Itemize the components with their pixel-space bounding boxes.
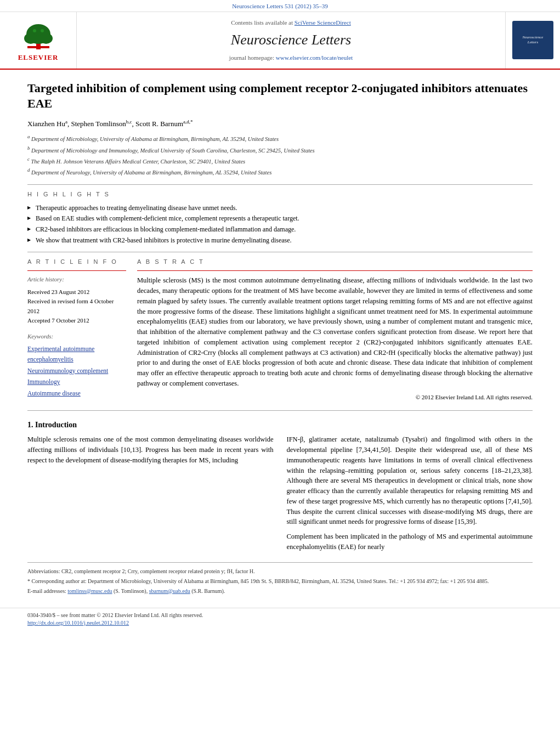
abstract-divider: [137, 270, 533, 271]
author-1: Xianzhen Hua, Stephen Tomlinsonb,c, Scot…: [27, 120, 193, 128]
logo-text: NeuroscienceLetters: [523, 35, 544, 45]
article-info-col: A R T I C L E I N F O Article history: R…: [27, 258, 126, 401]
affiliation-b: b Department of Microbiology and Immunol…: [27, 145, 533, 155]
journal-url-label: journal homepage:: [229, 54, 276, 61]
highlight-2: Based on EAE studies with complement-def…: [27, 214, 533, 223]
svg-point-3: [39, 33, 53, 44]
svg-point-2: [24, 33, 37, 44]
journal-name: Neuroscience Letters: [231, 30, 351, 50]
dates-section: Received 23 August 2012 Received in revi…: [27, 287, 126, 326]
keyword-2[interactable]: Neuroimmunology complement: [27, 366, 126, 377]
highlights-section: H I G H L I G H T S Therapeutic approach…: [27, 190, 533, 245]
journal-url-link[interactable]: www.elsevier.com/locate/neulet: [276, 54, 353, 61]
info-abstract-columns: A R T I C L E I N F O Article history: R…: [27, 258, 533, 401]
page-container: Neuroscience Letters 531 (2012) 35–39 EL…: [0, 0, 560, 741]
keywords-section: Keywords: Experimental autoimmune enceph…: [27, 331, 126, 399]
elsevier-tree-icon: [16, 18, 60, 50]
abstract-col: A B S T R A C T Multiple sclerosis (MS) …: [137, 258, 533, 401]
footnote-emails: E-mail addresses: tomlinss@musc.edu (S. …: [27, 587, 533, 595]
citation-text: Neuroscience Letters 531 (2012) 35–39: [232, 3, 328, 9]
article-title: Targeted inhibition of complement using …: [27, 81, 533, 112]
highlight-4: We show that treatment with CR2-based in…: [27, 236, 533, 245]
article-history-title: Article history:: [27, 275, 126, 284]
elsevier-logo: ELSEVIER: [0, 12, 77, 68]
col-divider: [27, 270, 126, 271]
doi-link[interactable]: http://dx.doi.org/10.1016/j.neulet.2012.…: [27, 620, 129, 626]
intro-para-1: Multiple sclerosis remains one of the mo…: [27, 434, 274, 465]
affiliation-d: d Department of Neurology, University of…: [27, 167, 533, 177]
bottom-bar: 0304-3940/$ – see front matter © 2012 El…: [0, 608, 560, 630]
svg-point-5: [33, 29, 36, 32]
elsevier-brand-text: ELSEVIER: [18, 53, 59, 63]
footnote-corresponding: * Corresponding author at: Department of…: [27, 577, 533, 585]
divider-2: [27, 252, 533, 252]
email-link-1[interactable]: tomlinss@musc.edu: [67, 588, 112, 594]
body-col-left: Multiple sclerosis remains one of the mo…: [27, 434, 274, 556]
intro-para-3: Complement has been implicated in the pa…: [287, 531, 533, 552]
journal-header: ELSEVIER Contents lists available at Sci…: [0, 12, 560, 69]
divider-3: [27, 410, 533, 411]
keyword-3[interactable]: Immunology: [27, 377, 126, 388]
keywords-label: Keywords:: [27, 331, 126, 342]
affiliations: a Department of Microbiology, University…: [27, 133, 533, 177]
journal-logo-right: NeuroscienceLetters: [505, 12, 560, 68]
highlight-1: Therapeutic approaches to treating demye…: [27, 203, 533, 213]
accepted-date: Accepted 7 October 2012: [27, 316, 126, 326]
keyword-4[interactable]: Autoimmune disease: [27, 388, 126, 399]
highlight-3: CR2-based inhibitors are efficacious in …: [27, 225, 533, 234]
authors-line: Xianzhen Hua, Stephen Tomlinsonb,c, Scot…: [27, 118, 533, 129]
citation-bar: Neuroscience Letters 531 (2012) 35–39: [0, 0, 560, 12]
sciverse-text: Contents lists available at: [231, 19, 294, 26]
body-columns: Multiple sclerosis remains one of the mo…: [27, 434, 533, 556]
neuroscience-letters-logo: NeuroscienceLetters: [512, 21, 553, 59]
keyword-1[interactable]: Experimental autoimmune encephalomyeliti…: [27, 344, 126, 365]
intro-para-2: IFN-β, glatiramer acetate, natalizumab (…: [287, 434, 533, 527]
journal-center: Contents lists available at SciVerse Sci…: [77, 12, 505, 68]
sciverse-link[interactable]: SciVerse ScienceDirect: [295, 19, 351, 26]
abstract-label: A B S T R A C T: [137, 258, 533, 266]
footnotes-section: Abbreviations: CR2, complement receptor …: [27, 562, 533, 595]
received-revised-date: Received in revised form 4 October 2012: [27, 297, 126, 316]
abstract-text: Multiple sclerosis (MS) is the most comm…: [137, 275, 533, 388]
received-date: Received 23 August 2012: [27, 287, 126, 297]
main-content: Targeted inhibition of complement using …: [0, 70, 560, 608]
email-link-2[interactable]: sbarnum@uab.edu: [149, 588, 190, 594]
highlights-title: H I G H L I G H T S: [27, 190, 533, 199]
journal-url: journal homepage: www.elsevier.com/locat…: [229, 54, 353, 62]
intro-title: 1. Introduction: [27, 420, 533, 431]
footnote-abbreviations: Abbreviations: CR2, complement receptor …: [27, 567, 533, 575]
sciverse-line: Contents lists available at SciVerse Sci…: [231, 19, 350, 27]
introduction-section: 1. Introduction Multiple sclerosis remai…: [27, 420, 533, 557]
article-info-label: A R T I C L E I N F O: [27, 258, 126, 266]
svg-rect-4: [27, 46, 49, 48]
doi-line: http://dx.doi.org/10.1016/j.neulet.2012.…: [27, 619, 533, 627]
affiliation-a: a Department of Microbiology, University…: [27, 133, 533, 143]
copyright-line: © 2012 Elsevier Ireland Ltd. All rights …: [137, 393, 533, 401]
issn-line: 0304-3940/$ – see front matter © 2012 El…: [27, 612, 533, 619]
divider-1: [27, 184, 533, 185]
affiliation-c: c The Ralph H. Johnson Veterans Affairs …: [27, 156, 533, 166]
svg-point-6: [41, 29, 44, 32]
body-col-right: IFN-β, glatiramer acetate, natalizumab (…: [287, 434, 533, 556]
